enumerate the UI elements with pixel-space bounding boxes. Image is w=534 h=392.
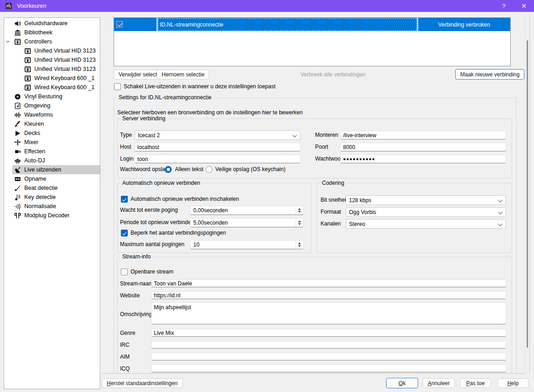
- type-label: Type: [120, 132, 132, 138]
- website-field[interactable]: [151, 291, 506, 299]
- chevron-down-icon: [498, 222, 503, 226]
- secure-storage-radio-label: Veilige opslag (OS keychain): [215, 166, 285, 172]
- auto-reconnect-label: Automatisch opnieuw verbinden inschakele…: [131, 196, 239, 202]
- chevron-down-icon: [498, 198, 503, 203]
- limit-attempts-checkbox[interactable]: [121, 230, 128, 236]
- spinner-arrows-icon[interactable]: [295, 241, 303, 249]
- first-wait-spinbox[interactable]: 0,00seconden: [190, 206, 304, 215]
- create-connection-button[interactable]: Maak nieuwe verbinding: [455, 69, 524, 80]
- restore-defaults-button[interactable]: Herstel standaardinstellingen: [102, 378, 183, 388]
- connection-enabled-checkbox[interactable]: [116, 21, 123, 27]
- auto-reconnect-checkbox[interactable]: [121, 196, 128, 203]
- max-attempts-label: Maximum aantal pogingen: [120, 241, 185, 247]
- public-stream-checkbox[interactable]: [121, 268, 128, 275]
- titlebar: Voorkeuren ? ✕: [0, 0, 534, 12]
- channels-value: Stereo: [349, 221, 365, 227]
- titlebar-help-button[interactable]: ?: [494, 0, 514, 12]
- connection-name-cell[interactable]: ID.NL-streamingconnectie: [158, 18, 418, 31]
- secure-storage-radio[interactable]: [206, 166, 213, 173]
- bitrate-combobox[interactable]: 128 kbps: [346, 195, 506, 205]
- channels-label: Kanalen: [321, 220, 341, 227]
- mount-field[interactable]: [340, 131, 506, 140]
- connection-enabled-cell[interactable]: [114, 18, 158, 31]
- apply-button[interactable]: Pas toe: [460, 378, 491, 388]
- format-combobox[interactable]: Ogg Vorbis: [346, 207, 506, 217]
- chevron-down-icon: [293, 133, 297, 138]
- password-field[interactable]: [340, 155, 506, 163]
- scrollbar-thumb[interactable]: [527, 40, 528, 348]
- max-attempts-value: 10: [193, 242, 199, 248]
- host-label: Host: [120, 144, 131, 150]
- type-value: Icecast 2: [138, 132, 160, 139]
- encoding-group-title: Codering: [320, 180, 346, 186]
- bitrate-label: Bit snelheid: [321, 197, 349, 203]
- spinner-arrows-icon[interactable]: [295, 206, 303, 215]
- public-stream-label: Openbare stream: [131, 268, 173, 275]
- help-button[interactable]: Help: [497, 378, 529, 388]
- connection-list[interactable]: ID.NL-streamingconnectie Verbinding verb…: [114, 17, 511, 66]
- settings-group-title: Settings for ID.NL-streamingconnectie: [117, 95, 213, 101]
- login-label: Login: [120, 156, 133, 162]
- channels-combobox[interactable]: Stereo: [346, 219, 506, 229]
- connection-name: ID.NL-streamingconnectie: [158, 21, 223, 28]
- plain-text-radio[interactable]: [165, 166, 172, 173]
- genre-label: Genre: [120, 330, 135, 336]
- port-label: Poort: [315, 144, 328, 150]
- icq-label: ICQ: [120, 365, 130, 372]
- reconnect-period-value: 5,00seconden: [193, 220, 228, 226]
- bitrate-value: 128 kbps: [349, 197, 371, 204]
- cancel-button[interactable]: Annuleer: [423, 378, 455, 388]
- disconnect-all-button: Verbreek alle verbindingen: [295, 70, 371, 80]
- preferences-dialog: { "titlebar": { "title": "Voorkeuren", "…: [0, 0, 534, 392]
- irc-field[interactable]: [151, 341, 506, 349]
- website-label: Website: [120, 292, 140, 299]
- plain-text-radio-label: Alleen tekst: [175, 166, 203, 172]
- aim-label: AIM: [120, 354, 130, 360]
- chevron-down-icon: [498, 210, 503, 215]
- settings-hint: Selecteer hierboven een bronverbinding o…: [117, 109, 303, 116]
- enable-broadcast-label: Schakel Live-uitzenden in wanneer u deze…: [124, 83, 276, 90]
- close-icon[interactable]: ✕: [514, 0, 534, 12]
- login-field[interactable]: [135, 155, 300, 163]
- connection-row[interactable]: ID.NL-streamingconnectie Verbinding verb…: [114, 18, 510, 31]
- stream-info-group-title: Stream-info: [120, 254, 153, 260]
- description-label: Omschrijving: [120, 311, 152, 317]
- ok-button[interactable]: Ok: [386, 378, 418, 388]
- stream-name-label: Stream-naam: [120, 280, 153, 287]
- vertical-scrollbar[interactable]: [525, 14, 530, 374]
- format-label: Formaat: [321, 209, 341, 215]
- icq-field[interactable]: [151, 365, 506, 372]
- format-value: Ogg Vorbis: [349, 209, 376, 215]
- window-title: Voorkeuren: [17, 3, 46, 9]
- first-wait-label: Wacht tot eerste poging: [120, 207, 178, 213]
- reconnect-period-label: Periode tot opnieuw verbinden: [120, 219, 194, 226]
- host-field[interactable]: [135, 143, 300, 151]
- rename-selection-button[interactable]: Hernoem selectie: [157, 70, 209, 80]
- reconnect-period-spinbox[interactable]: 5,00seconden: [190, 218, 304, 227]
- reconnect-group-title: Automatisch opnieuw verbinden: [120, 180, 202, 186]
- limit-attempts-label: Beperk het aantal verbindingspogingen: [131, 230, 226, 236]
- mount-label: Monteren: [315, 132, 338, 138]
- description-field[interactable]: Mijn afspeellijst: [151, 302, 506, 324]
- first-wait-value: 0,00seconden: [193, 207, 228, 214]
- scroll-area-bottom-edge: [102, 373, 525, 374]
- enable-broadcast-checkbox[interactable]: [114, 83, 121, 90]
- app-icon: [5, 2, 12, 10]
- aim-field[interactable]: [151, 353, 506, 360]
- connection-status: Verbinding verbroken: [418, 18, 510, 31]
- port-field[interactable]: [340, 143, 506, 151]
- irc-label: IRC: [120, 342, 130, 348]
- max-attempts-spinbox[interactable]: 10: [190, 240, 304, 249]
- password-storage-label: Wachtwoord opslag: [120, 166, 168, 172]
- genre-field[interactable]: [151, 329, 506, 337]
- settings-scroll-area: ID.NL-streamingconnectie Verbinding verb…: [0, 0, 525, 374]
- type-combobox[interactable]: Icecast 2: [135, 130, 300, 140]
- encoding-groupbox: Codering: [317, 183, 512, 253]
- spinner-arrows-icon[interactable]: [295, 219, 303, 227]
- server-group-title: Server verbinding: [120, 116, 167, 122]
- stream-name-field[interactable]: [151, 279, 506, 287]
